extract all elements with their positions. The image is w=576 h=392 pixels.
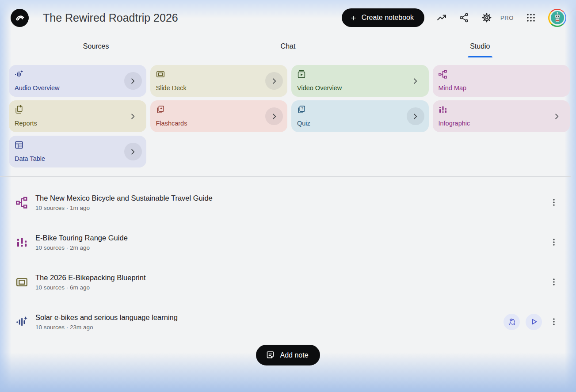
apps-grid-icon[interactable] <box>526 12 536 23</box>
avatar-image <box>549 10 565 26</box>
infographic-icon <box>16 236 28 248</box>
hand-wave-icon <box>507 317 516 326</box>
infographic-icon <box>439 105 447 114</box>
card-mind-map[interactable]: Mind Map <box>433 65 570 97</box>
artifact-meta: 10 sources · 1m ago <box>35 205 549 211</box>
more-options-icon[interactable] <box>549 197 559 208</box>
add-note-button[interactable]: Add note <box>256 345 320 365</box>
card-infographic[interactable]: Infographic <box>433 100 570 132</box>
card-reports[interactable]: Reports <box>9 100 146 132</box>
artifact-meta: 10 sources · 23m ago <box>35 324 504 331</box>
analytics-icon[interactable] <box>436 12 447 23</box>
artifact-row-audio-overview[interactable]: Solar e-bikes and serious language learn… <box>0 302 576 342</box>
chevron-right-icon[interactable] <box>124 72 142 90</box>
chevron-right-icon[interactable] <box>124 107 142 125</box>
share-icon[interactable] <box>459 12 469 23</box>
card-label: Slide Deck <box>156 84 282 91</box>
artifact-title: The New Mexico Bicycle and Sustainable T… <box>35 194 549 202</box>
audio-overview-icon <box>15 70 23 79</box>
quiz-icon: ? <box>297 105 306 114</box>
artifact-meta: 10 sources · 6m ago <box>35 284 549 291</box>
tab-bar: Sources Chat Studio <box>0 35 576 57</box>
artifact-title: The 2026 E-Bikepacking Blueprint <box>35 274 549 282</box>
svg-text:?: ? <box>301 107 303 111</box>
card-label: Mind Map <box>439 84 564 91</box>
chevron-right-icon[interactable] <box>407 72 424 90</box>
card-audio-overview[interactable]: Audio Overview <box>9 65 146 97</box>
artifact-row-slide-deck[interactable]: The 2026 E-Bikepacking Blueprint 10 sour… <box>0 262 576 302</box>
card-flashcards[interactable]: Flashcards <box>150 100 288 132</box>
card-label: Quiz <box>297 120 423 127</box>
chevron-right-icon[interactable] <box>407 107 424 125</box>
artifact-row-mind-map[interactable]: The New Mexico Bicycle and Sustainable T… <box>0 183 576 222</box>
card-label: Reports <box>15 120 140 127</box>
artifact-meta: 10 sources · 2m ago <box>35 244 549 251</box>
studio-card-grid: Audio Overview Slide Deck Video Overview <box>0 57 576 167</box>
chevron-right-icon[interactable] <box>265 107 283 125</box>
mind-map-icon <box>439 70 447 79</box>
card-label: Flashcards <box>156 120 282 127</box>
card-label: Data Table <box>15 155 140 162</box>
interactive-mode-button[interactable] <box>504 314 520 330</box>
card-label: Infographic <box>439 120 564 127</box>
notebook-title[interactable]: The Rewired Roadtrip 2026 <box>43 11 342 24</box>
tab-sources[interactable]: Sources <box>0 35 192 57</box>
slide-deck-icon <box>16 276 28 288</box>
tab-chat-label: Chat <box>281 42 296 50</box>
app-header: The Rewired Roadtrip 2026 + Create noteb… <box>0 0 576 35</box>
artifact-row-infographic[interactable]: E-Bike Touring Range Guide 10 sources · … <box>0 222 576 262</box>
more-options-icon[interactable] <box>549 237 559 247</box>
card-label: Video Overview <box>297 84 423 91</box>
tab-studio[interactable]: Studio <box>384 35 576 57</box>
video-overview-icon <box>297 70 306 79</box>
more-options-icon[interactable] <box>549 316 559 327</box>
notebooklm-logo-icon[interactable] <box>11 9 29 27</box>
chevron-right-icon[interactable] <box>265 72 283 90</box>
card-label: Audio Overview <box>15 84 140 91</box>
add-note-label: Add note <box>280 351 308 359</box>
note-icon <box>266 350 275 360</box>
mind-map-icon <box>16 197 28 209</box>
settings-gear-icon[interactable] <box>481 12 492 23</box>
flashcards-icon <box>156 105 165 114</box>
create-notebook-label: Create notebook <box>362 14 414 22</box>
plus-icon: + <box>351 13 356 23</box>
card-video-overview[interactable]: Video Overview <box>291 65 429 97</box>
more-options-icon[interactable] <box>549 277 559 287</box>
card-slide-deck[interactable]: Slide Deck <box>150 65 288 97</box>
play-icon <box>530 317 538 326</box>
slide-deck-icon <box>156 70 165 79</box>
audio-actions <box>504 314 542 330</box>
data-table-icon <box>15 141 23 149</box>
artifact-title: Solar e-bikes and serious language learn… <box>35 313 504 322</box>
card-quiz[interactable]: ? Quiz <box>291 100 429 132</box>
chevron-right-icon[interactable] <box>124 143 142 160</box>
artifact-title: E-Bike Touring Range Guide <box>35 234 549 242</box>
artifact-list: The New Mexico Bicycle and Sustainable T… <box>0 177 576 342</box>
tab-chat[interactable]: Chat <box>192 35 384 57</box>
avatar[interactable] <box>548 9 566 27</box>
pro-badge: PRO <box>500 15 514 21</box>
card-data-table[interactable]: Data Table <box>9 136 146 167</box>
create-notebook-button[interactable]: + Create notebook <box>342 8 424 27</box>
audio-overview-icon <box>16 316 28 328</box>
chevron-right-icon[interactable] <box>548 107 565 125</box>
play-button[interactable] <box>526 314 542 330</box>
reports-icon <box>15 105 23 114</box>
tab-sources-label: Sources <box>83 42 109 50</box>
tab-studio-label: Studio <box>470 42 490 50</box>
